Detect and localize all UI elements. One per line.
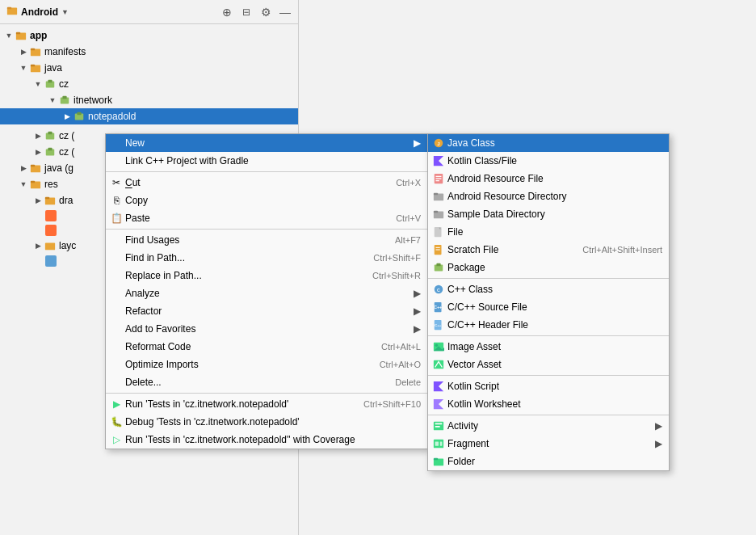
panel-header: Android ▼ ⊕ ⊟ ⚙ — [0,0,298,24]
menu-item-analyze[interactable]: Analyze ▶ [106,284,427,302]
tree-label-java: java [44,62,62,74]
tree-item-manifests[interactable]: ▶ manifests [0,44,298,60]
submenu-label-cpp-class: C++ Class [447,284,493,295]
svg-rect-5 [31,48,35,51]
submenu-label-image-asset: Image Asset [447,341,501,352]
submenu-item-kotlin-worksheet[interactable]: Kotlin Worksheet [428,395,669,413]
package-icon [432,261,445,274]
menu-item-find-path[interactable]: Find in Path... Ctrl+Shift+F [106,249,427,267]
submenu-item-fragment[interactable]: Fragment ▶ [428,435,669,453]
svg-point-50 [435,344,439,348]
tree-arrow-layout: ▶ [32,240,44,251]
submenu-label-package: Package [447,262,485,273]
tree-arrow-java2: ▶ [18,162,29,174]
panel-title[interactable]: Android ▼ [6,5,69,19]
submenu-item-android-resource-dir[interactable]: Android Resource Directory [428,187,669,205]
svg-rect-21 [31,181,35,183]
package-icon-cz2 [44,129,57,142]
submenu-sep-4 [428,415,669,415]
submenu-new: J Java Class Kotlin Class/File Android R… [427,133,670,471]
submenu-label-android-resource-file: Android Resource File [447,173,544,184]
debug-icon: 🐛 [110,415,123,428]
menu-item-paste[interactable]: 📋 Paste Ctrl+V [106,209,427,227]
menu-label-cut-rest: ut [132,177,141,188]
svg-rect-24 [45,243,55,251]
submenu-item-file[interactable]: File [428,223,669,241]
menu-item-add-favorites[interactable]: Add to Favorites ▶ [106,320,427,338]
submenu-item-package[interactable]: Package [428,259,669,276]
submenu-arrow-refactor: ▶ [414,305,421,317]
submenu-item-cpp-source[interactable]: C++ C/C++ Source File [428,298,669,316]
submenu-item-kotlin-script[interactable]: Kotlin Script [428,377,669,395]
menu-item-run-coverage[interactable]: ▷ Run 'Tests in 'cz.itnetwork.notepadold… [106,431,427,449]
svg-rect-60 [440,441,443,445]
kotlin-worksheet-icon [432,398,445,411]
menu-label-add-favorites: Add to Favorites [125,323,195,335]
menu-item-new[interactable]: New ▶ [106,134,427,152]
minimize-icon[interactable]: — [279,6,292,19]
menu-item-debug-tests[interactable]: 🐛 Debug 'Tests in 'cz.itnetwork.notepado… [106,413,427,431]
find-path-shortcut: Ctrl+Shift+F [373,253,421,263]
menu-label-run-tests: Run 'Tests in 'cz.itnetwork.notepadold' [125,398,288,410]
menu-item-refactor[interactable]: Refactor ▶ [106,302,427,320]
kotlin-script-icon [432,380,445,393]
menu-item-link-cpp[interactable]: Link C++ Project with Gradle [106,152,427,170]
settings-icon[interactable]: ⚙ [259,6,272,19]
menu-label-analyze: Analyze [125,288,160,299]
submenu-sep-3 [428,375,669,376]
cut-shortcut: Ctrl+X [396,178,421,187]
submenu-item-android-resource-file[interactable]: Android Resource File [428,170,669,187]
menu-item-copy[interactable]: ⎘ Copy [106,192,427,209]
submenu-label-vector-asset: Vector Asset [447,359,502,370]
tree-item-cz[interactable]: ▼ cz [0,76,298,92]
submenu-label-file: File [447,226,463,238]
submenu-label-kotlin-worksheet: Kotlin Worksheet [447,398,521,410]
menu-item-replace-path[interactable]: Replace in Path... Ctrl+Shift+R [106,267,427,284]
kotlin-class-icon [432,154,445,167]
menu-label-optimize-imports: Optimize Imports [125,359,199,370]
svg-rect-7 [31,65,35,67]
tree-item-app[interactable]: ▼ app [0,27,298,44]
submenu-item-kotlin-class[interactable]: Kotlin Class/File [428,152,669,170]
divider-icon[interactable]: ⊟ [240,6,253,19]
menu-item-run-tests[interactable]: ▶ Run 'Tests in 'cz.itnetwork.notepadold… [106,395,427,413]
svg-rect-35 [434,211,438,213]
submenu-item-cpp-header[interactable]: C++ C/C++ Header File [428,316,669,334]
svg-rect-9 [48,80,52,83]
submenu-item-scratch-file[interactable]: Scratch File Ctrl+Alt+Shift+Insert [428,241,669,259]
submenu-arrow-new: ▶ [414,137,421,149]
separator-2 [106,229,427,230]
menu-item-optimize-imports[interactable]: Optimize Imports Ctrl+Alt+O [106,356,427,373]
package-icon-notepadold [73,110,86,123]
menu-item-cut[interactable]: ✂ Cut Ctrl+X [106,174,427,192]
menu-item-reformat[interactable]: Reformat Code Ctrl+Alt+L [106,338,427,356]
svg-text:J: J [437,141,439,146]
tree-item-notepadold[interactable]: ▶ notepadold [0,108,298,124]
image-asset-icon [432,340,445,353]
svg-marker-53 [434,381,443,391]
submenu-item-activity[interactable]: Activity ▶ [428,417,669,435]
tree-arrow-manifests: ▶ [18,46,29,57]
tree-label-manifests: manifests [44,46,86,57]
submenu-item-java-class[interactable]: J Java Class [428,134,669,152]
submenu-item-cpp-class[interactable]: C C++ Class [428,280,669,298]
submenu-item-folder[interactable]: Folder [428,453,669,470]
menu-item-delete[interactable]: Delete... Delete [106,373,427,391]
tree-item-java[interactable]: ▼ java [0,60,298,76]
compass-icon[interactable]: ⊕ [220,6,233,19]
tree-item-itnetwork[interactable]: ▼ itnetwork [0,92,298,108]
tree-label-cz: cz [59,78,69,90]
submenu-item-image-asset[interactable]: Image Asset [428,338,669,356]
android-resource-dir-icon [432,190,445,203]
submenu-item-sample-data-dir[interactable]: Sample Data Directory [428,205,669,223]
submenu-label-android-resource-dir: Android Resource Directory [447,191,566,202]
folder-icon-layout [44,239,57,252]
menu-item-find-usages[interactable]: Find Usages Alt+F7 [106,231,427,249]
submenu-label-cpp-source: C/C++ Source File [447,301,527,313]
tree-label-notepadold: notepadold [88,111,136,122]
menu-label-new: New [125,137,145,149]
submenu-item-vector-asset[interactable]: Vector Asset [428,356,669,373]
package-icon-cz [44,78,57,91]
run-icon: ▶ [110,398,123,411]
tree-label-cz3: cz ( [59,146,74,158]
